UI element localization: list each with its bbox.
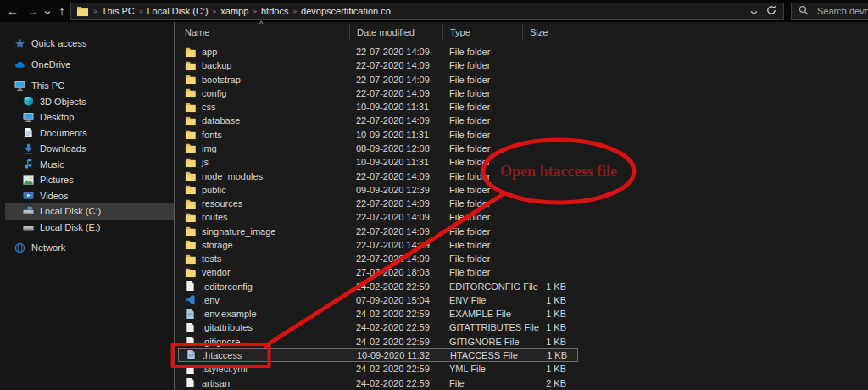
file-row-node_modules[interactable]: node_modules22-07-2020 14:09File folder xyxy=(178,169,578,182)
breadcrumb-separator-icon: > xyxy=(288,8,301,15)
file-name: artisan xyxy=(202,378,230,388)
desktop-monitor-icon xyxy=(23,112,34,123)
documents-page-icon xyxy=(23,127,34,138)
file-row-env-example[interactable]: .env.example24-02-2020 22:59EXAMPLE File… xyxy=(178,307,578,320)
breadcrumb-item[interactable]: This PC xyxy=(102,6,135,16)
file-row-artisan[interactable]: artisan24-02-2020 22:59File2 KB xyxy=(178,376,578,389)
sidebar-item-quick-access[interactable]: Quick access xyxy=(14,36,86,52)
file-date-modified: 09-09-2020 12:39 xyxy=(350,185,443,195)
file-name: img xyxy=(202,143,217,153)
file-row-singnature_image[interactable]: singnature_image22-07-2020 14:09File fol… xyxy=(178,224,578,237)
file-row-storage[interactable]: storage22-07-2020 14:09File folder xyxy=(178,238,578,252)
file-type: HTACCESS File xyxy=(444,350,524,360)
refresh-icon[interactable] xyxy=(766,3,776,19)
breadcrumb-item[interactable]: Local Disk (C:) xyxy=(147,6,208,16)
file-date-modified: 10-09-2020 11:31 xyxy=(350,157,443,167)
search-box[interactable] xyxy=(791,3,868,20)
folder-icon xyxy=(185,254,196,265)
file-row-env[interactable]: .env07-09-2020 15:04ENV File1 KB xyxy=(178,293,578,307)
breadcrumb-item[interactable]: devopscertification.co xyxy=(301,6,391,16)
file-size: 1 KB xyxy=(523,364,576,374)
sidebar-item-videos[interactable]: Videos xyxy=(22,187,68,203)
file-row-gitattributes[interactable]: .gitattributes24-02-2020 22:59GITATTRIBU… xyxy=(178,320,578,334)
column-header-name[interactable]: Name xyxy=(178,24,350,41)
file-row-styleci-yml[interactable]: .styleci.yml24-02-2020 22:59YML File1 KB xyxy=(178,362,578,376)
sidebar-item-local-disk-e[interactable]: Local Disk (E:) xyxy=(22,220,101,236)
file-name: .editorconfig xyxy=(202,281,253,292)
back-button[interactable]: ← xyxy=(3,2,22,20)
file-date-modified: 22-07-2020 14:09 xyxy=(350,88,443,98)
file-row-htaccess[interactable]: .htaccess10-09-2020 11:32HTACCESS File1 … xyxy=(178,348,578,362)
sidebar-item-label: Downloads xyxy=(40,143,86,153)
file-name: .gitignore xyxy=(202,337,240,347)
breadcrumb-item[interactable]: xampp xyxy=(220,6,248,16)
sort-ascending-icon[interactable]: ^ xyxy=(259,20,263,28)
file-row-config[interactable]: config22-07-2020 14:09File folder xyxy=(178,86,578,100)
column-header-type[interactable]: Type xyxy=(443,24,523,41)
file-row-public[interactable]: public09-09-2020 12:39File folder xyxy=(178,183,578,197)
file-row-backup[interactable]: backup22-07-2020 14:09File folder xyxy=(178,58,578,72)
drive-windows-icon xyxy=(23,206,34,217)
file-row-editorconfig[interactable]: .editorconfig24-02-2020 22:59EDITORCONFI… xyxy=(178,280,578,293)
file-type: File folder xyxy=(443,102,523,112)
file-row-vendor[interactable]: vendor27-07-2020 18:03File folder xyxy=(178,265,578,279)
file-type: File folder xyxy=(443,198,523,209)
file-name: bootstrap xyxy=(202,75,241,85)
file-row-bootstrap[interactable]: bootstrap22-07-2020 14:09File folder xyxy=(178,73,578,86)
file-type: File folder xyxy=(443,226,523,237)
file-size: 1 KB xyxy=(523,295,576,305)
up-button[interactable]: ↑ xyxy=(53,2,71,20)
toolbar: ← → ↑ >This PC>Local Disk (C:)>xampp>htd… xyxy=(0,0,868,22)
file-date-modified: 10-09-2020 11:32 xyxy=(351,350,444,360)
sidebar-item-documents[interactable]: Documents xyxy=(22,125,87,141)
file-type: File folder xyxy=(443,88,523,98)
folder-icon xyxy=(185,115,196,126)
file-row-tests[interactable]: tests22-07-2020 14:09File folder xyxy=(178,252,578,265)
column-header-date-modified[interactable]: Date modified xyxy=(350,24,443,41)
search-input[interactable] xyxy=(815,5,868,17)
file-name: singnature_image xyxy=(202,226,275,237)
file-row-js[interactable]: js10-09-2020 11:31File folder xyxy=(178,155,578,169)
sidebar-item-network[interactable]: Network xyxy=(14,240,65,256)
forward-button[interactable]: → xyxy=(24,2,42,20)
address-bar[interactable]: >This PC>Local Disk (C:)>xampp>htdocs>de… xyxy=(70,3,784,20)
breadcrumb-item[interactable]: htdocs xyxy=(261,6,288,16)
history-chevron-icon[interactable] xyxy=(42,2,53,20)
sidebar-item-pictures[interactable]: Pictures xyxy=(22,172,74,188)
file-name: tests xyxy=(202,254,221,264)
file-row-app[interactable]: app22-07-2020 14:09File folder xyxy=(178,45,578,58)
file-row-fonts[interactable]: fonts10-09-2020 11:31File folder xyxy=(178,128,578,142)
file-type: File folder xyxy=(443,130,523,140)
sidebar-item-label: Network xyxy=(31,242,65,253)
file-date-modified: 22-07-2020 14:09 xyxy=(350,240,443,250)
network-globe-icon xyxy=(14,242,25,254)
file-row-css[interactable]: css10-09-2020 11:31File folder xyxy=(178,100,578,114)
file-name: config xyxy=(202,88,226,98)
sidebar-item-onedrive[interactable]: OneDrive xyxy=(14,57,70,73)
videos-film-icon xyxy=(23,190,34,201)
file-name: .htaccess xyxy=(203,350,242,360)
sidebar-item-music[interactable]: Music xyxy=(22,156,64,172)
file-row-database[interactable]: database22-07-2020 14:09File folder xyxy=(178,114,578,127)
file-name: fonts xyxy=(202,130,222,140)
file-name: .styleci.yml xyxy=(202,364,248,374)
file-name: .env.example xyxy=(202,309,257,319)
sidebar-item-downloads[interactable]: Downloads xyxy=(22,141,86,157)
file-type: File xyxy=(443,378,523,388)
sidebar-item-this-pc[interactable]: This PC xyxy=(14,78,64,94)
sidebar-item-label: Local Disk (C:) xyxy=(40,206,101,216)
file-name: app xyxy=(202,47,217,57)
sidebar-item-label: Pictures xyxy=(40,175,74,185)
sidebar-item-local-disk-c[interactable]: Local Disk (C:) xyxy=(22,203,101,220)
column-header-size[interactable]: Size xyxy=(523,24,576,41)
file-row-gitignore[interactable]: .gitignore24-02-2020 22:59GITIGNORE File… xyxy=(178,335,578,348)
file-row-img[interactable]: img08-09-2020 12:08File folder xyxy=(178,142,578,155)
file-name: css xyxy=(202,102,216,112)
sidebar-item-desktop[interactable]: Desktop xyxy=(22,109,74,125)
file-type: File folder xyxy=(443,47,523,57)
file-row-routes[interactable]: routes22-07-2020 14:09File folder xyxy=(178,210,578,224)
file-row-resources[interactable]: resources22-07-2020 14:09File folder xyxy=(178,197,578,210)
sidebar-item-3d-objects[interactable]: 3D Objects xyxy=(22,93,86,109)
address-dropdown-chevron-icon[interactable] xyxy=(750,3,758,19)
file-type: YML File xyxy=(443,364,523,374)
